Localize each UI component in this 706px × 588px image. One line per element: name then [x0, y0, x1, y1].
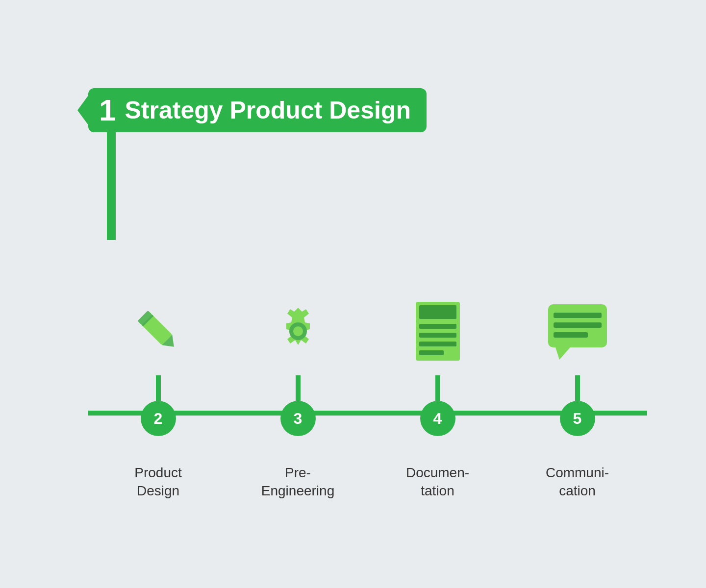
doc-icon [413, 292, 462, 370]
node-2-wrapper: 2 [88, 292, 228, 436]
label-product-design: ProductDesign [88, 464, 228, 500]
svg-point-5 [293, 326, 303, 336]
label-documentation: Documen-tation [368, 464, 507, 500]
node-4-stem [435, 375, 440, 401]
svg-rect-14 [554, 313, 602, 318]
node-2-circle: 2 [141, 401, 176, 436]
step1-title: Strategy Product Design [125, 96, 410, 124]
svg-marker-13 [555, 347, 570, 360]
node-5-wrapper: 5 [507, 292, 647, 436]
label-pre-engineering: Pre-Engineering [228, 464, 368, 500]
chat-icon [546, 292, 609, 370]
svg-rect-10 [419, 342, 456, 346]
timeline-area: 2 3 [59, 201, 647, 436]
node-5-stem [575, 375, 580, 401]
node-3-circle: 3 [280, 401, 316, 436]
step1-number: 1 [99, 95, 116, 125]
svg-rect-8 [419, 324, 456, 329]
svg-rect-16 [554, 332, 588, 338]
step1-badge: 1 Strategy Product Design [88, 88, 427, 132]
svg-rect-9 [419, 333, 456, 338]
pencil-icon [131, 292, 185, 370]
node-4-circle: 4 [420, 401, 455, 436]
svg-rect-15 [554, 322, 602, 328]
node-3-stem [296, 375, 301, 401]
node-4-wrapper: 4 [368, 292, 507, 436]
node-2-stem [156, 375, 161, 401]
timeline-nodes: 2 3 [88, 292, 647, 436]
svg-rect-11 [419, 350, 444, 355]
node-5-circle: 5 [560, 401, 595, 436]
gear-icon [269, 292, 328, 370]
svg-rect-7 [419, 305, 456, 319]
node-labels: ProductDesign Pre-Engineering Documen-ta… [88, 464, 647, 500]
node-3-wrapper: 3 [228, 292, 368, 436]
main-container: 1 Strategy Product Design [59, 74, 647, 514]
label-communication: Communi-cation [507, 464, 647, 500]
